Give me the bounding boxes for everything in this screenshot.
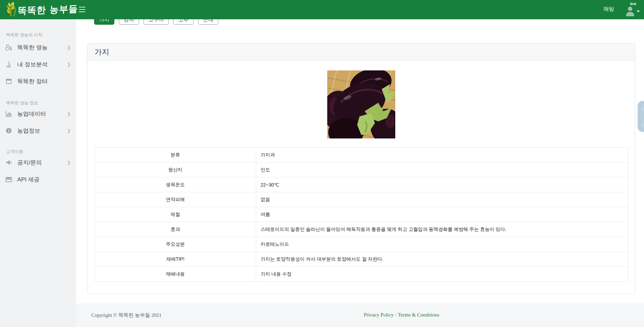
footer: Copyright © 똑똑한 농부들 2021 Privacy Policy·…	[0, 303, 644, 327]
megaphone-icon	[5, 159, 13, 166]
link-separator: ·	[394, 312, 398, 318]
footer-links: Privacy Policy·Terms & Conditions	[364, 312, 439, 318]
brand-title: 똑똑한 농부들	[17, 2, 78, 17]
sidebar-item-label: 똑똑한 장터	[17, 78, 48, 85]
row-value: 인도	[256, 162, 628, 177]
top-header: 똑똑한 농부들 채팅 test	[0, 0, 644, 19]
sidebar-nav: 똑똑한 영농의 시작 똑똑한 영농 ❯ 내 정보분석 ❯ 똑똑한 장터 똑똑한 …	[0, 19, 76, 327]
store-icon	[5, 78, 13, 84]
chat-link[interactable]: 채팅	[603, 6, 614, 13]
sidebar-item-label: 똑똑한 영농	[17, 44, 48, 51]
sidebar-item-agri-data[interactable]: 농업데이터 ❯	[0, 108, 76, 119]
row-label: 생육온도	[95, 177, 256, 192]
row-value: 여름	[256, 207, 628, 222]
sidebar-item-api[interactable]: API 제공	[0, 174, 76, 185]
page-title: 가지	[94, 47, 109, 57]
row-label: 분류	[95, 148, 256, 162]
bar-chart-icon	[5, 111, 13, 117]
info-icon	[5, 128, 13, 134]
scroll-to-top-button[interactable]: ↑	[638, 106, 644, 112]
username-label: test	[630, 2, 636, 6]
card-header: 가지	[87, 44, 635, 61]
crop-info-table: 분류 가지과 원산지 인도 생육온도 22~30℃ 연작피해 없음 제철 여	[94, 147, 628, 282]
row-value: 가지는 토양적응성이 커서 대부분의 토양에서도 잘 자란다.	[256, 252, 628, 267]
row-value: 스테로이드의 일종인 솔라닌이 들어있어 해독작용과 통증을 멎게 하고 고혈압…	[256, 222, 628, 237]
row-value: 카로테노이드	[256, 237, 628, 252]
row-label: 주요성분	[95, 237, 256, 252]
microscope-icon	[5, 61, 13, 67]
tractor-icon	[5, 44, 13, 50]
row-value: 22~30℃	[256, 177, 628, 192]
copyright-text: Copyright © 똑똑한 농부들 2021	[91, 312, 161, 319]
sidebar-item-label: 공지/문의	[17, 159, 42, 167]
eggplant-photo	[327, 70, 395, 138]
sidebar-item-label: 농업정보	[17, 127, 40, 135]
brand-logo[interactable]: 똑똑한 농부들	[5, 1, 78, 18]
sidebar-item-my-analysis[interactable]: 내 정보분석 ❯	[0, 59, 76, 70]
page: 똑똑한 농부들 채팅 test 똑똑한 영농의 시작 똑똑한 영농 ❯	[0, 0, 644, 327]
sidebar-section-info: 똑똑한 영농 정보	[6, 100, 38, 106]
table-row: 효과 스테로이드의 일종인 솔라닌이 들어있어 해독작용과 통증을 멎게 하고 …	[95, 222, 628, 237]
crop-detail-card: 가지	[87, 43, 635, 294]
terms-link[interactable]: Terms & Conditions	[398, 312, 439, 318]
table-row: 재배TIP! 가지는 토양적응성이 커서 대부분의 토양에서도 잘 자란다.	[95, 252, 628, 267]
box-icon	[5, 177, 13, 182]
chevron-right-icon: ❯	[67, 45, 71, 50]
scroll-widget: ↑ ↓	[638, 101, 644, 132]
user-menu[interactable]: test	[624, 1, 641, 19]
sidebar-item-label: API 제공	[17, 176, 40, 183]
row-label: 재배TIP!	[95, 252, 256, 267]
table-row: 생육온도 22~30℃	[95, 177, 628, 192]
privacy-policy-link[interactable]: Privacy Policy	[364, 312, 394, 318]
chevron-right-icon: ❯	[67, 160, 71, 165]
row-label: 재배내용	[95, 267, 256, 282]
wheat-logo-icon	[5, 1, 18, 18]
row-value: 없음	[256, 192, 628, 207]
table-row: 연작피해 없음	[95, 192, 628, 207]
table-row: 원산지 인도	[95, 162, 628, 177]
sidebar-section-support: 고객지원	[6, 149, 23, 155]
row-value: 가지과	[256, 148, 628, 162]
table-row: 제철 여름	[95, 207, 628, 222]
table-row: 주요성분 카로테노이드	[95, 237, 628, 252]
row-label: 제철	[95, 207, 256, 222]
row-label: 원산지	[95, 162, 256, 177]
sidebar-section-start: 똑똑한 영농의 시작	[6, 32, 42, 38]
sidebar-item-label: 내 정보분석	[17, 61, 48, 68]
sidebar-item-agri-info[interactable]: 농업정보 ❯	[0, 125, 76, 136]
row-label: 효과	[95, 222, 256, 237]
hamburger-menu-icon[interactable]	[79, 7, 85, 12]
table-row: 재배내용 가지 내용 수정	[95, 267, 628, 282]
row-label: 연작피해	[95, 192, 256, 207]
chevron-right-icon: ❯	[67, 111, 71, 116]
sidebar-item-smart-farming[interactable]: 똑똑한 영농 ❯	[0, 42, 76, 53]
table-row: 분류 가지과	[95, 148, 628, 162]
sidebar-item-market[interactable]: 똑똑한 장터	[0, 75, 76, 87]
crop-photo-wrapper	[87, 61, 635, 138]
scroll-to-bottom-button[interactable]: ↓	[638, 122, 644, 127]
sidebar-item-notice-inquiry[interactable]: 공지/문의 ❯	[0, 157, 76, 168]
chevron-right-icon: ❯	[67, 62, 71, 67]
row-value: 가지 내용 수정	[256, 267, 628, 282]
sidebar-item-label: 농업데이터	[17, 110, 46, 118]
chevron-right-icon: ❯	[67, 128, 71, 133]
chevron-down-icon	[637, 10, 640, 13]
